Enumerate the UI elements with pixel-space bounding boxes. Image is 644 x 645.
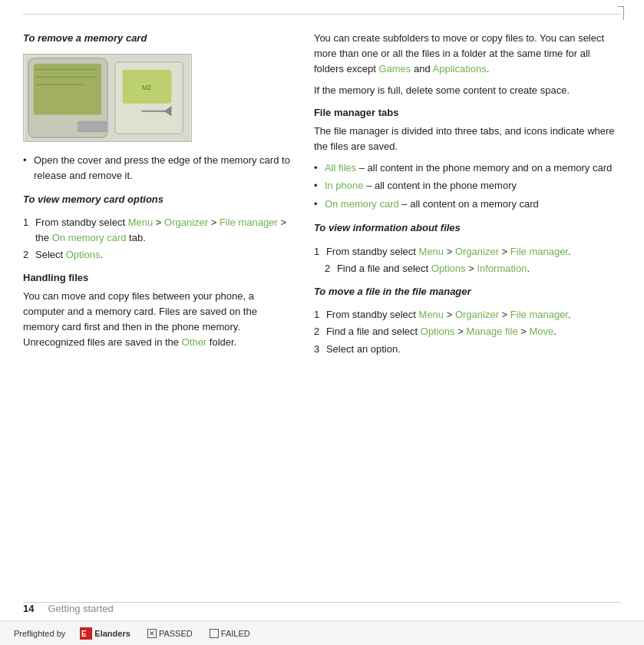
viewinfo-step1: 1 From standby select Menu > Organizer >…	[314, 244, 621, 260]
other-link: Other	[182, 336, 207, 348]
filemanager-link3: File manager	[510, 309, 568, 320]
step-number-2: 2	[23, 247, 32, 263]
page-border-top	[23, 14, 621, 15]
svg-text:E: E	[81, 630, 87, 638]
failed-checkbox	[210, 629, 219, 638]
filemanager-link: File manager	[220, 217, 278, 228]
step-number-1: 1	[314, 307, 323, 322]
fm-tabs-list: All files – all content in the phone mem…	[314, 160, 621, 212]
step2-text: Select Options.	[35, 247, 295, 263]
menu-link2: Menu	[419, 246, 444, 257]
move-file-section: To move a file in the file manager 1 Fro…	[314, 284, 621, 357]
memory-full-para: If the memory is full, delete some conte…	[314, 83, 621, 98]
preflight-bar: Preflighted by E Elanders ✕ PASSED FAILE…	[0, 620, 644, 645]
in-phone-link: In phone	[325, 180, 364, 191]
failed-box: FAILED	[210, 629, 250, 638]
organizer-link3: Organizer	[455, 309, 499, 320]
view-options-step2: 2 Select Options.	[23, 247, 295, 263]
fm-tabs-section: File manager tabs The file manager is di…	[314, 105, 621, 212]
step-number-2: 2	[314, 324, 323, 339]
menu-link3: Menu	[419, 309, 444, 320]
all-files-item: All files – all content in the phone mem…	[314, 160, 621, 176]
step-number-3: 3	[314, 342, 323, 357]
view-options-step1: 1 From standby select Menu > Organizer >…	[23, 215, 295, 245]
passed-label: PASSED	[159, 629, 193, 638]
onmemorycard-link: On memory card	[52, 232, 127, 243]
failed-label: FAILED	[221, 629, 250, 638]
step-number-2: 2	[325, 261, 334, 276]
menu-link: Menu	[128, 217, 154, 228]
on-memory-card-item: On memory card – all content on a memory…	[314, 197, 621, 212]
move-file-title: To move a file in the file manager	[314, 284, 621, 299]
step-number-1: 1	[23, 215, 32, 245]
games-link: Games	[378, 63, 411, 74]
elanders-logo: E Elanders	[80, 627, 130, 640]
options-link: Options	[66, 249, 101, 260]
right-column: You can create subfolders to move or cop…	[310, 23, 621, 595]
on-memory-card-link: On memory card	[325, 198, 399, 210]
movefile-step3: 3 Select an option.	[314, 342, 621, 357]
handling-files-text: You can move and copy files between your…	[23, 289, 295, 351]
all-files-link: All files	[325, 162, 356, 174]
in-phone-item: In phone – all content in the phone memo…	[314, 178, 621, 194]
remove-card-title: To remove a memory card	[23, 31, 295, 46]
information-link: Information	[477, 263, 527, 274]
view-info-title: To view information about files	[314, 220, 621, 236]
movefile-step1: 1 From standby select Menu > Organizer >…	[314, 307, 621, 322]
page-footer: 14 Getting started	[23, 603, 621, 614]
movefile-step2-text: Find a file and select Options > Manage …	[326, 324, 621, 339]
svg-rect-6	[78, 121, 107, 133]
handling-files-title: Handling files	[23, 270, 295, 286]
organizer-link2: Organizer	[455, 246, 499, 257]
elanders-icon: E	[80, 627, 92, 640]
options-link3: Options	[421, 326, 455, 337]
movefile-step2: 2 Find a file and select Options > Manag…	[314, 324, 621, 339]
applications-link: Applications	[433, 63, 487, 74]
step1-text: From standby select Menu > Organizer > F…	[35, 215, 295, 245]
page-section-label: Getting started	[48, 603, 113, 614]
viewinfo-step1-text: From standby select Menu > Organizer > F…	[326, 244, 621, 260]
svg-text:M2: M2	[142, 84, 151, 91]
subfolders-para: You can create subfolders to move or cop…	[314, 31, 621, 77]
step-number-1: 1	[314, 244, 323, 260]
view-info-section: To view information about files 1 From s…	[314, 220, 621, 276]
memory-card-image: M2	[23, 54, 192, 142]
main-content: To remove a memory card	[23, 23, 621, 595]
manage-file-link: Manage file	[466, 326, 517, 337]
left-column: To remove a memory card	[23, 23, 310, 595]
organizer-link: Organizer	[164, 217, 208, 228]
options-link2: Options	[431, 263, 466, 274]
movefile-step1-text: From standby select Menu > Organizer > F…	[326, 307, 621, 322]
move-link: Move	[529, 326, 553, 337]
filemanager-link2: File manager	[510, 246, 568, 257]
view-card-options-section: To view memory card options 1 From stand…	[23, 192, 295, 263]
movefile-step3-text: Select an option.	[326, 342, 621, 357]
remove-card-steps: Open the cover and press the edge of the…	[23, 153, 295, 183]
view-card-options-title: To view memory card options	[23, 192, 295, 207]
fm-tabs-title: File manager tabs	[314, 105, 621, 121]
fm-tabs-text: The file manager is divided into three t…	[314, 124, 621, 154]
page-number: 14	[23, 603, 34, 614]
passed-checkbox: ✕	[147, 629, 157, 638]
corner-mark	[618, 6, 624, 20]
viewinfo-step2: 2 Find a file and select Options > Infor…	[314, 261, 621, 276]
viewinfo-step2-text: Find a file and select Options > Informa…	[337, 261, 621, 276]
handling-files-section: Handling files You can move and copy fil…	[23, 270, 295, 351]
svg-rect-2	[34, 64, 101, 115]
passed-box: ✕ PASSED	[147, 629, 193, 638]
remove-memory-card-section: To remove a memory card	[23, 31, 295, 183]
remove-card-step1: Open the cover and press the edge of the…	[23, 153, 295, 183]
preflight-label: Preflighted by	[14, 629, 65, 638]
elanders-brand: Elanders	[94, 629, 130, 638]
